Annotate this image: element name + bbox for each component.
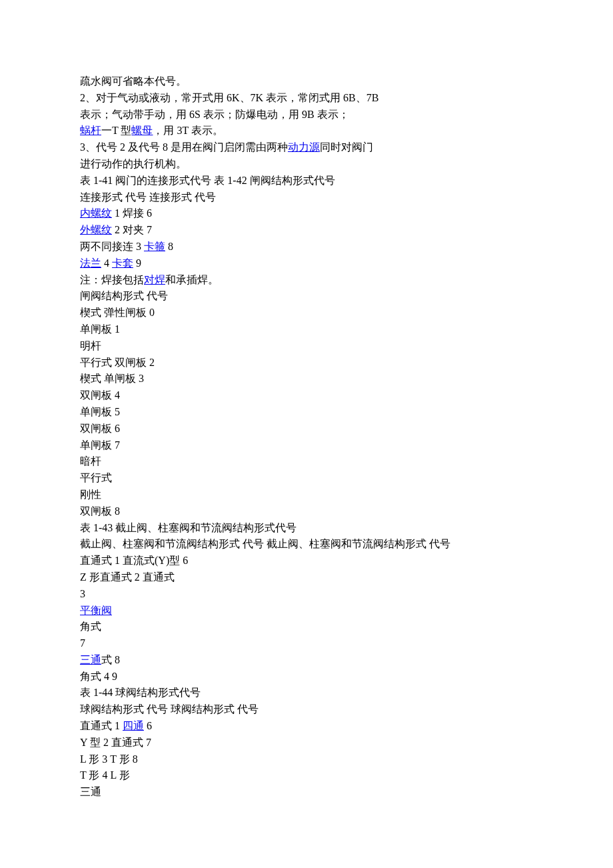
- text-run: 3、代号 2 及代号 8 是用在阀门启闭需由两种: [80, 141, 288, 153]
- text-line: 明杆: [80, 338, 533, 355]
- text-run: 角式 4 9: [80, 671, 117, 682]
- text-run: 表 1-41 阀门的连接形式代号 表 1-42 闸阀结构形式代号: [80, 175, 335, 186]
- text-line: 楔式 弹性闸板 0: [80, 305, 533, 321]
- text-line: 双闸板 6: [80, 421, 533, 437]
- text-run: ，用 3T 表示。: [153, 125, 223, 136]
- text-run: 平行式: [80, 472, 112, 483]
- text-run: 6: [144, 720, 152, 731]
- text-line: 两不同接连 3 卡箍 8: [80, 239, 533, 255]
- text-line: 法兰 4 卡套 9: [80, 255, 533, 272]
- text-run: 9: [133, 257, 141, 269]
- text-line: 表 1-44 球阀结构形式代号: [80, 685, 533, 701]
- text-run: 连接形式 代号 连接形式 代号: [80, 191, 216, 203]
- text-run: 3: [80, 588, 85, 599]
- text-run: 2、对于气动或液动，常开式用 6K、7K 表示，常闭式用 6B、7B: [80, 92, 378, 103]
- text-run: Y 型 2 直通式 7: [80, 737, 151, 748]
- text-line: 角式 4 9: [80, 669, 533, 685]
- text-line: 暗杆: [80, 453, 533, 470]
- hyperlink[interactable]: 对焊: [144, 274, 165, 285]
- text-run: 刚性: [80, 489, 101, 500]
- text-run: 注：焊接包括: [80, 274, 144, 285]
- text-line: 3、代号 2 及代号 8 是用在阀门启闭需由两种动力源同时对阀门: [80, 139, 533, 156]
- text-line: 单闸板 5: [80, 404, 533, 421]
- text-line: 连接形式 代号 连接形式 代号: [80, 189, 533, 206]
- text-run: 单闸板 7: [80, 439, 120, 451]
- text-line: 球阀结构形式 代号 球阀结构形式 代号: [80, 701, 533, 718]
- text-line: 单闸板 1: [80, 321, 533, 338]
- text-run: L 形 3 T 形 8: [80, 753, 138, 765]
- text-run: 8: [165, 241, 173, 252]
- text-run: 表示；气动带手动，用 6S 表示；防爆电动，用 9B 表示；: [80, 109, 349, 120]
- hyperlink[interactable]: 卡套: [112, 257, 133, 269]
- text-line: 蜗杆一T 型螺母，用 3T 表示。: [80, 123, 533, 139]
- hyperlink[interactable]: 内螺纹: [80, 207, 112, 219]
- text-run: 单闸板 1: [80, 323, 120, 335]
- hyperlink[interactable]: 法兰: [80, 257, 101, 269]
- text-run: 闸阀结构形式 代号: [80, 290, 168, 301]
- text-run: 一T 型: [101, 125, 131, 136]
- text-line: 直通式 1 四通 6: [80, 718, 533, 735]
- text-line: 2、对于气动或液动，常开式用 6K、7K 表示，常闭式用 6B、7B: [80, 90, 533, 107]
- text-run: 楔式 单闸板 3: [80, 373, 144, 384]
- text-run: 进行动作的执行机构。: [80, 158, 187, 169]
- text-run: 楔式 弹性闸板 0: [80, 307, 155, 318]
- text-line: 双闸板 4: [80, 387, 533, 404]
- text-line: Y 型 2 直通式 7: [80, 735, 533, 751]
- text-line: 楔式 单闸板 3: [80, 371, 533, 387]
- text-line: 直通式 1 直流式(Y)型 6: [80, 553, 533, 569]
- text-run: 三通: [80, 786, 101, 797]
- text-line: 表 1-43 截止阀、柱塞阀和节流阀结构形式代号: [80, 520, 533, 537]
- text-line: 内螺纹 1 焊接 6: [80, 205, 533, 222]
- text-line: 进行动作的执行机构。: [80, 156, 533, 173]
- hyperlink[interactable]: 螺母: [131, 125, 153, 136]
- text-line: 平衡阀: [80, 603, 533, 619]
- text-run: 球阀结构形式 代号 球阀结构形式 代号: [80, 703, 259, 715]
- text-line: 平行式: [80, 470, 533, 487]
- text-run: 7: [80, 637, 85, 649]
- hyperlink[interactable]: 三通: [80, 654, 101, 665]
- text-run: 单闸板 5: [80, 406, 120, 417]
- text-line: 三通式 8: [80, 652, 533, 669]
- text-run: 两不同接连 3: [80, 241, 144, 252]
- hyperlink[interactable]: 卡箍: [144, 241, 165, 252]
- text-line: 闸阀结构形式 代号: [80, 288, 533, 305]
- hyperlink[interactable]: 平衡阀: [80, 605, 112, 616]
- text-line: 3: [80, 586, 533, 603]
- text-run: 直通式 1: [80, 720, 123, 731]
- text-line: L 形 3 T 形 8: [80, 751, 533, 768]
- text-line: 7: [80, 635, 533, 652]
- text-run: 1 焊接 6: [112, 207, 152, 219]
- text-run: T 形 4 L 形: [80, 769, 130, 781]
- text-line: Z 形直通式 2 直通式: [80, 569, 533, 586]
- text-run: 角式: [80, 621, 101, 632]
- hyperlink[interactable]: 蜗杆: [80, 125, 101, 136]
- text-line: 角式: [80, 619, 533, 635]
- text-run: 双闸板 4: [80, 389, 120, 401]
- text-run: 和承插焊。: [165, 274, 219, 285]
- text-run: 式 8: [101, 654, 120, 665]
- text-line: 单闸板 7: [80, 437, 533, 454]
- text-run: 4: [101, 257, 112, 269]
- text-run: 暗杆: [80, 455, 101, 467]
- hyperlink[interactable]: 动力源: [288, 141, 320, 153]
- text-run: 表 1-44 球阀结构形式代号: [80, 687, 201, 698]
- text-run: Z 形直通式 2 直通式: [80, 571, 175, 583]
- text-line: 截止阀、柱塞阀和节流阀结构形式 代号 截止阀、柱塞阀和节流阀结构形式 代号: [80, 536, 533, 553]
- text-line: 双闸板 8: [80, 503, 533, 520]
- text-run: 表 1-43 截止阀、柱塞阀和节流阀结构形式代号: [80, 522, 297, 533]
- text-run: 平行式 双闸板 2: [80, 357, 155, 368]
- document-page: 疏水阀可省略本代号。2、对于气动或液动，常开式用 6K、7K 表示，常闭式用 6…: [0, 0, 613, 868]
- text-run: 2 对夹 7: [112, 224, 152, 235]
- hyperlink[interactable]: 四通: [123, 720, 144, 731]
- text-line: 疏水阀可省略本代号。: [80, 73, 533, 90]
- hyperlink[interactable]: 外螺纹: [80, 224, 112, 235]
- text-run: 明杆: [80, 340, 101, 351]
- text-line: T 形 4 L 形: [80, 767, 533, 784]
- text-run: 直通式 1 直流式(Y)型 6: [80, 555, 188, 566]
- text-run: 双闸板 6: [80, 423, 120, 434]
- text-line: 刚性: [80, 487, 533, 503]
- text-run: 双闸板 8: [80, 505, 120, 517]
- text-line: 外螺纹 2 对夹 7: [80, 222, 533, 239]
- text-run: 同时对阀门: [320, 141, 373, 153]
- text-line: 表 1-41 阀门的连接形式代号 表 1-42 闸阀结构形式代号: [80, 173, 533, 189]
